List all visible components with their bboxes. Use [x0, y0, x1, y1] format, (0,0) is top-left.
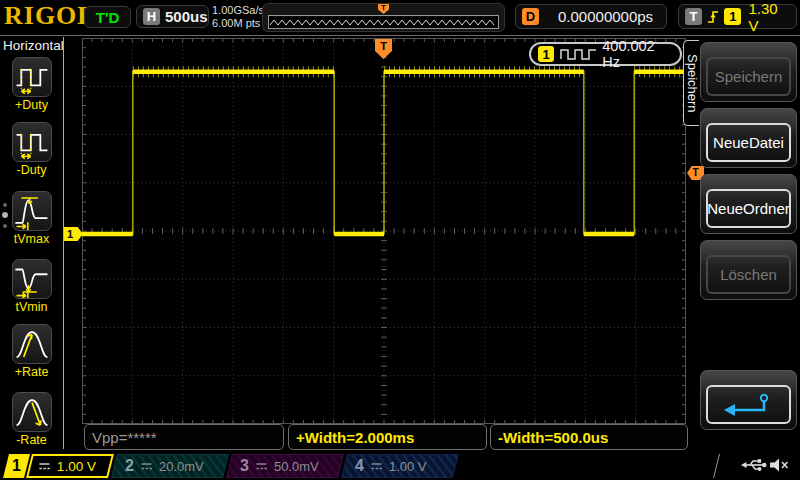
left-menu-title: Horizontal [3, 38, 64, 53]
frequency-value: 400.002 Hz [602, 38, 673, 70]
page-indicator-dot [3, 224, 7, 228]
header-divider [0, 35, 800, 36]
dc-coupling-icon [255, 462, 268, 471]
memory-depth: 6.00M pts [212, 17, 264, 30]
softkey-label: NeueOrdner [706, 189, 791, 228]
timebase-value: 500us [165, 8, 208, 25]
plus-rate-icon [12, 324, 52, 364]
softkey-back[interactable] [700, 370, 797, 430]
channel-number: 1 [12, 457, 21, 475]
d-key-icon: D [522, 8, 539, 25]
trigger-level-value: 1.30 V [748, 0, 790, 34]
softkey-neueordner[interactable]: NeueOrdner [700, 174, 797, 234]
channel-number: 3 [240, 457, 249, 475]
menu-item-minus-rate[interactable]: -Rate [0, 392, 63, 447]
trigger-status-badge: T'D [84, 6, 131, 28]
menu-item-label: tVmin [0, 300, 63, 314]
channel-scale: 1.00 V [389, 459, 427, 474]
channel1-ground-marker-icon[interactable]: 1 [64, 227, 83, 241]
delay-indicator[interactable]: D 0.00000000ps [515, 4, 667, 29]
softkey-label: Speichern [706, 57, 791, 96]
softkey-label: Löschen [706, 255, 791, 294]
minus-duty-icon [12, 122, 52, 162]
channel-number: 4 [355, 457, 364, 475]
oscilloscope-screen: { "header": { "logo": "RIGOL", "trigger_… [0, 0, 800, 480]
softkey-loeschen[interactable]: Löschen [700, 240, 797, 300]
left-menu-divider [63, 37, 64, 449]
dc-coupling-icon [38, 462, 51, 471]
channel-scale: 50.0mV [274, 459, 319, 474]
menu-tab-speichern: Speichern [683, 40, 699, 126]
menu-item-label: +Duty [0, 98, 63, 112]
sample-rate: 1.00GSa/s [212, 4, 264, 17]
graticule-waveform-display [82, 38, 686, 424]
menu-item-label: +Rate [0, 365, 63, 379]
measurement-minus-width[interactable]: -Width=500.0us [490, 424, 688, 450]
menu-item-plus-rate[interactable]: +Rate [0, 324, 63, 379]
memory-position-bar[interactable]: T [262, 3, 505, 32]
channel4-status[interactable]: 4 1.00 V [341, 454, 459, 478]
frequency-counter: 1 400.002 Hz [529, 42, 682, 66]
channel-number: 2 [125, 457, 134, 475]
square-wave-icon [560, 47, 596, 61]
tvmax-icon [12, 191, 52, 231]
counter-source-badge: 1 [538, 46, 554, 62]
measurement-plus-width[interactable]: +Width=2.000ms [288, 424, 487, 450]
trigger-settings-indicator[interactable]: T 1 1.30 V [678, 4, 797, 29]
speaker-muted-icon [768, 456, 792, 474]
statusbar-divider [713, 454, 720, 478]
softkey-label: NeueDatei [706, 123, 791, 162]
usb-icon [740, 457, 767, 473]
delay-value: 0.00000000ps [558, 8, 653, 25]
page-indicator-dot-active [2, 212, 8, 218]
memory-waveform-strip [268, 15, 499, 29]
menu-item-label: -Duty [0, 163, 63, 177]
t-key-icon: T [685, 8, 702, 25]
channel3-status[interactable]: 3 50.0mV [226, 454, 344, 478]
page-indicator-dot [3, 203, 7, 207]
softkey-neuedatei[interactable]: NeueDatei [700, 108, 797, 168]
tvmin-icon [12, 259, 52, 299]
channel-scale: 1.00 V [57, 459, 96, 474]
memory-squiggle-icon [269, 16, 496, 27]
dc-coupling-icon [370, 462, 383, 471]
channel-scale: 20.0mV [159, 459, 204, 474]
menu-item-tvmin[interactable]: tVmin [0, 259, 63, 314]
menu-item-tvmax[interactable]: tVmax [0, 191, 63, 246]
rigol-logo: RIGOL [4, 1, 96, 31]
rising-edge-icon [706, 8, 720, 26]
dc-coupling-icon [140, 462, 153, 471]
memory-trigger-position-icon[interactable]: T [378, 4, 389, 14]
timebase-indicator[interactable]: H 500us [136, 5, 209, 28]
menu-item-label: -Rate [0, 433, 63, 447]
menu-item-minus-duty[interactable]: -Duty [0, 122, 63, 177]
measurement-vpp[interactable]: Vpp=***** [84, 424, 284, 450]
menu-item-plus-duty[interactable]: +Duty [0, 57, 63, 112]
acquisition-info: 1.00GSa/s 6.00M pts [212, 4, 264, 29]
softkey-back-frame [706, 385, 791, 424]
plus-duty-icon [12, 57, 52, 97]
menu-item-label: tVmax [0, 232, 63, 246]
trigger-source-badge: 1 [724, 8, 741, 25]
h-key-icon: H [143, 8, 160, 25]
minus-rate-icon [12, 392, 52, 432]
channel1-status[interactable]: 1.00 V [26, 454, 114, 478]
softkey-speichern[interactable]: Speichern [700, 42, 797, 102]
return-arrow-icon [716, 391, 782, 419]
channel2-status[interactable]: 2 20.0mV [111, 454, 229, 478]
